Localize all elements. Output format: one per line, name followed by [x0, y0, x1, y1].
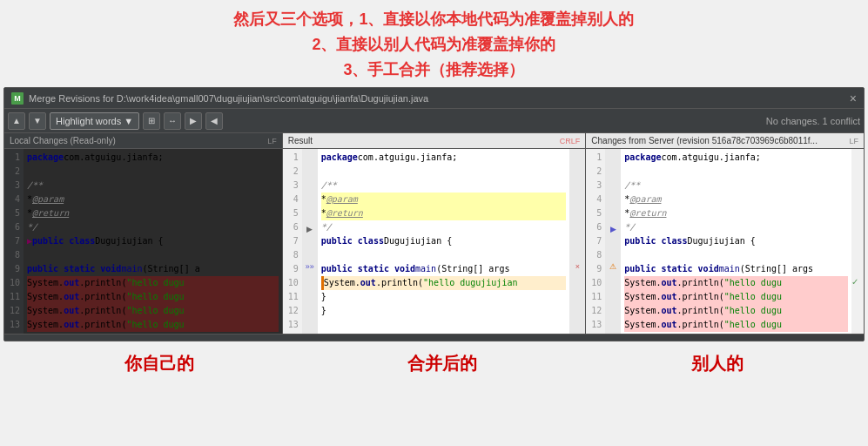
table-row: */ [624, 220, 848, 234]
gutter-cell [605, 285, 621, 297]
table-row [624, 248, 848, 262]
gutter-cell [605, 186, 621, 199]
gutter-cell [605, 174, 621, 186]
gutter-cell [569, 309, 585, 321]
gutter-cell [605, 199, 621, 211]
gutter-cell [302, 199, 318, 211]
scrollbar[interactable] [4, 334, 864, 341]
right-gutter: × [569, 149, 585, 334]
table-row: package com.atguigu.jianfa; [27, 151, 279, 165]
gutter-cell [605, 248, 621, 260]
gutter-cell [302, 235, 318, 247]
highlight-words-button[interactable]: Highlight words ▼ [50, 112, 139, 130]
accept-left-button[interactable]: »» [302, 260, 318, 273]
gutter-cell [569, 248, 585, 260]
gutter-cell [605, 162, 621, 174]
table-row: } [321, 290, 567, 304]
table-row: * @return [27, 206, 279, 220]
table-row: public class Dugujiujian { [321, 234, 567, 248]
table-row: package com.atguigu.jianfa; [624, 151, 848, 165]
gutter-cell [569, 285, 585, 297]
gutter-cell [569, 273, 585, 285]
gutter-cell [569, 174, 585, 186]
table-row: * @param [27, 193, 279, 206]
right-line-numbers: 12345 678910 1112131415 [586, 149, 605, 334]
table-row: System.out.println("hello dugu [624, 276, 848, 290]
gutter-cell [569, 211, 585, 223]
left-panel: Local Changes (Read-only) LF 12345 67891… [4, 133, 283, 334]
table-row: public static void main(String[] args [321, 262, 567, 276]
gutter-cell [605, 297, 621, 309]
table-row [27, 248, 279, 262]
gutter-cell [302, 162, 318, 174]
prev-change-button[interactable]: ▲ [8, 112, 25, 130]
next-change-button[interactable]: ▼ [29, 112, 46, 130]
table-row: */ [321, 220, 567, 234]
gutter-cell [302, 211, 318, 223]
table-row: */ [27, 220, 279, 234]
toolbar-status: No changes. 1 conflict [766, 116, 860, 126]
gutter-cell: ▶ [605, 223, 621, 235]
toolbar-btn-1[interactable]: ⊞ [143, 112, 160, 130]
gutter-cell [569, 223, 585, 235]
left-lf-badge: LF [267, 137, 277, 145]
gutter-cell [605, 149, 621, 161]
table-row: System.out.println("hello dugu [624, 290, 848, 304]
middle-panel-header: Result CRLF [283, 133, 586, 149]
table-row: public static void main(String[] args [624, 262, 848, 276]
table-row: * @return [624, 206, 848, 220]
table-row [321, 165, 567, 179]
table-row: /** [624, 179, 848, 193]
table-row: /** [27, 179, 279, 193]
table-row: * @param [624, 193, 848, 206]
gutter-cell: ⚠ [605, 260, 621, 273]
table-row: } [321, 304, 567, 318]
toolbar-btn-4[interactable]: ◀ [205, 112, 223, 130]
left-panel-header: Local Changes (Read-only) LF [4, 133, 282, 149]
table-row: public class Dugujiujian { [624, 234, 848, 248]
right-status-gutter: ✓ [851, 149, 864, 334]
middle-code-lines: package com.atguigu.jianfa; /** * @param… [318, 149, 570, 334]
table-row: System.out.println("hello dugu [624, 304, 848, 318]
toolbar-btn-3[interactable]: ▶ [185, 112, 202, 130]
table-row [624, 165, 848, 179]
middle-crlf-badge: CRLF [560, 137, 581, 145]
gutter-cell [302, 248, 318, 260]
table-row [27, 165, 279, 179]
gutter-cell [302, 149, 318, 161]
bottom-label-left: 你自己的 [124, 352, 194, 375]
right-panel-header: Changes from Server (revision 516a78c703… [586, 133, 864, 149]
toolbar-btn-2[interactable]: ↔ [164, 112, 181, 130]
right-code-area: 12345 678910 1112131415 ▶ ⚠ [586, 149, 864, 334]
ide-close-button[interactable]: × [850, 91, 857, 105]
table-row: /** [321, 179, 567, 193]
top-annotation: 然后又三个选项，1、直接以你本地代码为准覆盖掉别人的 2、直接以别人代码为准覆盖… [0, 0, 868, 87]
table-row: * @return [321, 206, 567, 220]
table-row: ▶ public class Dugujiujian { [27, 234, 279, 248]
gutter-cell [605, 211, 621, 223]
gutter-cell [302, 309, 318, 321]
gutter-cell [605, 321, 621, 334]
middle-panel-title: Result [288, 136, 313, 145]
annotation-line2: 2、直接以别人代码为准覆盖掉你的 [17, 32, 851, 57]
bottom-label-middle: 合并后的 [407, 352, 477, 375]
left-panel-title: Local Changes (Read-only) [10, 136, 116, 145]
left-line-numbers: 12345 678910 111213141516 [4, 149, 24, 334]
gutter-cell [569, 321, 585, 334]
ide-title-bar: M Merge Revisions for D:\work4idea\gmall… [4, 88, 864, 109]
bottom-labels: 你自己的 合并后的 别人的 [0, 341, 868, 382]
bottom-label-right: 别人的 [691, 352, 744, 375]
table-row [321, 318, 567, 332]
gutter-cell [605, 235, 621, 247]
table-row [321, 332, 567, 334]
table-row: * @param [321, 193, 567, 206]
right-code-lines: package com.atguigu.jianfa; /** * @param… [621, 149, 851, 334]
table-row: System.out.println("hello dugu [27, 276, 279, 290]
accept-right-button[interactable]: × [569, 260, 585, 273]
ide-window: M Merge Revisions for D:\work4idea\gmall… [3, 87, 865, 341]
middle-panel: Result CRLF 12345 678910 1112131415 [283, 133, 587, 334]
right-panel: Changes from Server (revision 516a78c703… [586, 133, 864, 334]
highlight-words-icon: ▼ [124, 116, 133, 126]
gutter-cell [302, 321, 318, 334]
gutter-cell [302, 174, 318, 186]
